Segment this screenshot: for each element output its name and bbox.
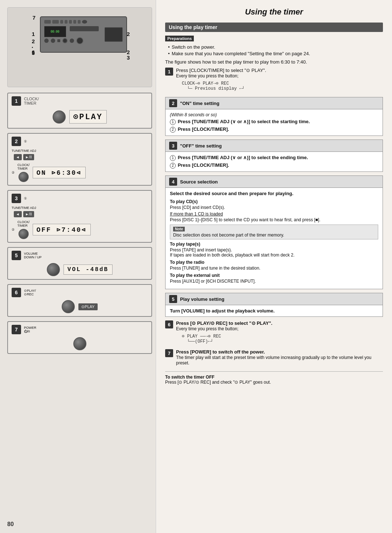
figure-desc: The figure shows how to set the play tim… xyxy=(165,59,383,65)
preparations-section: Preparations Switch on the power. Make s… xyxy=(165,36,383,65)
step2-box: 2 "ON" time setting (Within 8 seconds or… xyxy=(165,97,383,136)
step6-sub: Every time you press the button; xyxy=(176,326,238,331)
step1-display: ⊙PLAY xyxy=(69,110,107,124)
footer-label: To switch the timer OFF xyxy=(165,375,215,380)
step6-circle: 6 xyxy=(12,288,21,297)
step4-intro: Select the desired source and then prepa… xyxy=(170,191,378,196)
step3-sub1: 1 Press [TUNE/TIME ADJ (∨ or ∧)] to sele… xyxy=(170,155,378,161)
step2-sub2: 2 Press [CLOCK/TIMER]. xyxy=(170,126,378,133)
diagram-label-3: 3 xyxy=(127,54,130,61)
step4-box: 4 Source selection Select the desired so… xyxy=(165,175,383,289)
step7-circle: 7 xyxy=(12,325,21,334)
external-title: To play the external unit xyxy=(170,273,378,278)
step4-body: Select the desired source and then prepa… xyxy=(166,188,383,289)
step7-knob xyxy=(73,337,86,350)
step3-num: 3 xyxy=(169,142,177,150)
radio-body: Press [TUNER] and tune in the desired st… xyxy=(170,266,378,271)
step5-body: Turn [VOLUME] to adjust the playback vol… xyxy=(166,305,383,316)
step6-diagram: 6 ⊙PLAY/⊙REC ⊙PLAY xyxy=(7,284,152,317)
step7-content: Press [POWER] to switch off the power. T… xyxy=(176,349,383,366)
step4-title: Source selection xyxy=(180,179,218,185)
step5-instruction: Turn [VOLUME] to adjust the playback vol… xyxy=(170,308,378,314)
step3-sub2: 2 Press [CLOCK/TIMER]. xyxy=(170,162,378,169)
step2-num: 2 xyxy=(169,99,177,107)
step1-sub: Every time you press the button; xyxy=(176,73,238,78)
step5-header: 5 Play volume setting xyxy=(166,293,383,305)
step2-knob xyxy=(19,172,29,182)
step1-flow: CLOCK→⊙ PLAY→⊙ REC └— Previous display ←… xyxy=(182,81,266,91)
step2-display: ON ⊳6:30⊲ xyxy=(33,167,86,178)
external-body: Press [AUX1/2] or [6CH DISCRETE INPUT]. xyxy=(170,279,378,284)
step3-diagram: 3 ① TUNE/TIME ADJ ◄ ►/II ② CLOCK/TIMER O… xyxy=(7,190,152,243)
step4-num: 4 xyxy=(169,178,177,186)
preparations-list: Switch on the power. Make sure that you … xyxy=(168,44,383,56)
footer-section: To switch the timer OFF Press [⊙ PLAY/⊙ … xyxy=(165,371,383,385)
step5-diagram: 5 VOLUMEDOWN / UP VOL -48dB xyxy=(7,247,152,280)
step6-knob xyxy=(62,300,75,313)
step7-sub: The timer play will start at the preset … xyxy=(176,355,371,366)
left-panel: 00:00 7 1 2 2 xyxy=(0,0,156,533)
page-number: 80 xyxy=(7,521,14,528)
diagram-label-2-top: 2 xyxy=(127,31,130,37)
main-title: Using the timer xyxy=(165,7,383,17)
diagram-label-1: 1 xyxy=(32,31,35,37)
cd-section: To play CD(s) Press [CD] and insert CD(s… xyxy=(170,199,378,222)
diagram-label-6: 6 xyxy=(32,49,35,55)
step3-box: 3 "OFF" time setting 1 Press [TUNE/TIME … xyxy=(165,140,383,172)
step4-header: 4 Source selection xyxy=(166,176,383,188)
diagram-label-7: 7 xyxy=(33,15,36,21)
step5-num-right: 5 xyxy=(169,295,177,303)
step6-section: 6 Press [⊙ PLAY/⊙ REC] to select "⊙ PLAY… xyxy=(165,320,383,346)
right-panel: Using the timer Using the play timer Pre… xyxy=(156,0,392,533)
step3-knob xyxy=(19,229,29,239)
step6-num-right: 6 xyxy=(165,320,173,328)
step3-title: "OFF" time setting xyxy=(180,143,222,149)
step1-circle: 1 xyxy=(12,96,21,106)
tape-section: To play tape(s) Press [TAPE] and insert … xyxy=(170,242,378,258)
step2-circle: 2 xyxy=(12,137,21,146)
preparations-label: Preparations xyxy=(165,36,194,41)
cd-note-body: Press [DISC 1]–[DISC 5] to select the CD… xyxy=(170,217,378,222)
step6-flow: ⊙ PLAY ——→⊙ REC └——(OFF)←┘ xyxy=(182,334,272,344)
external-section: To play the external unit Press [AUX1/2]… xyxy=(170,273,378,284)
step2-diagram: 2 ① TUNE/TIME ADJ ◄ ►/II ② CLOCK/TIMER O… xyxy=(7,133,152,186)
prep-item-2: Make sure that you have completed "Setti… xyxy=(168,51,383,56)
step2-header: 2 "ON" time setting xyxy=(166,97,383,109)
step1-num: 1 xyxy=(165,68,173,76)
step1-instruction: Press [CLOCK/TIMER] to select "⊙ PLAY". xyxy=(176,68,266,73)
step5-circle: 5 xyxy=(12,251,21,260)
step6-content: Press [⊙ PLAY/⊙ REC] to select "⊙ PLAY".… xyxy=(176,320,272,346)
step2-within: (Within 8 seconds or so) xyxy=(170,112,378,117)
step5-box: 5 Play volume setting Turn [VOLUME] to a… xyxy=(165,293,383,317)
radio-title: To play the radio xyxy=(170,260,378,265)
step2-body: (Within 8 seconds or so) 1 Press [TUNE/T… xyxy=(166,109,383,136)
note-label: Note xyxy=(173,227,185,231)
step2-title: "ON" time setting xyxy=(180,101,219,106)
prep-item-1: Switch on the power. xyxy=(168,44,383,50)
step1-diagram: 1 CLOCK/TIMER ⊙PLAY xyxy=(7,93,152,129)
step1-section: 1 Press [CLOCK/TIMER] to select "⊙ PLAY"… xyxy=(165,68,383,93)
step2-sub1: 1 Press [TUNE/TIME ADJ (∨ or ∧)] to sele… xyxy=(170,119,378,125)
clock-timer-knob xyxy=(53,110,66,124)
tape-title: To play tape(s) xyxy=(170,242,378,247)
step7-diagram: 7 POWER⏻/II xyxy=(7,321,152,354)
step6-instruction: Press [⊙ PLAY/⊙ REC] to select "⊙ PLAY". xyxy=(176,320,272,326)
tape-body: Press [TAPE] and insert tape(s).If tapes… xyxy=(170,247,378,258)
radio-section: To play the radio Press [TUNER] and tune… xyxy=(170,260,378,271)
device-top-diagram: 00:00 7 1 2 2 xyxy=(7,7,152,87)
step5-title: Play volume setting xyxy=(180,296,224,302)
section-header: Using the play timer xyxy=(165,23,383,32)
cd-body: Press [CD] and insert CD(s). xyxy=(170,205,378,210)
note-body: Disc selection does not become part of t… xyxy=(173,233,375,238)
step3-header: 3 "OFF" time setting xyxy=(166,140,383,152)
step7-num-right: 7 xyxy=(165,349,173,357)
volume-knob xyxy=(47,263,60,276)
step7-section: 7 Press [POWER] to switch off the power.… xyxy=(165,349,383,366)
step3-body: 1 Press [TUNE/TIME ADJ (∨ or ∧)] to sele… xyxy=(166,152,383,171)
step1-content: Press [CLOCK/TIMER] to select "⊙ PLAY". … xyxy=(176,68,266,93)
footer-text: Press [⊙ PLAY/⊙ REC] and check "⊙ PLAY" … xyxy=(165,380,271,385)
step7-instruction: Press [POWER] to switch off the power. xyxy=(176,349,265,355)
step3-display: OFF ⊳7:40⊲ xyxy=(33,224,91,235)
cd-title: To play CD(s) xyxy=(170,199,378,204)
step3-circle: 3 xyxy=(12,194,21,203)
